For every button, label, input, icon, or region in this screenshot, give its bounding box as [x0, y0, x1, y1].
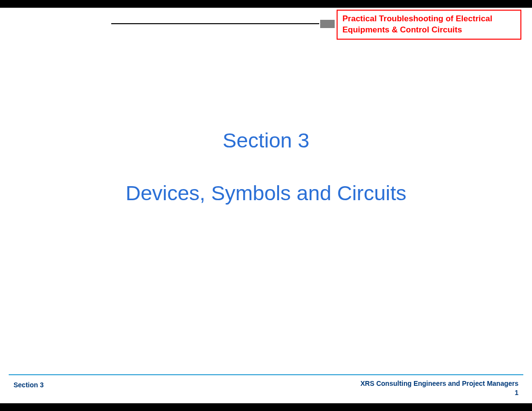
main-content: Section 3 Devices, Symbols and Circuits [0, 129, 532, 205]
header-divider-line [111, 23, 319, 24]
section-title: Devices, Symbols and Circuits [0, 181, 532, 205]
footer-org-and-page: XRS Consulting Engineers and Project Man… [359, 379, 518, 397]
header-decorative-square [320, 20, 335, 28]
course-title-box: Practical Troubleshooting of Electrical … [337, 10, 521, 40]
section-label: Section 3 [0, 129, 532, 152]
footer-section-label: Section 3 [14, 381, 44, 389]
course-title-text: Practical Troubleshooting of Electrical … [342, 14, 516, 36]
footer-divider-line [9, 374, 523, 375]
slide: Practical Troubleshooting of Electrical … [0, 8, 532, 403]
